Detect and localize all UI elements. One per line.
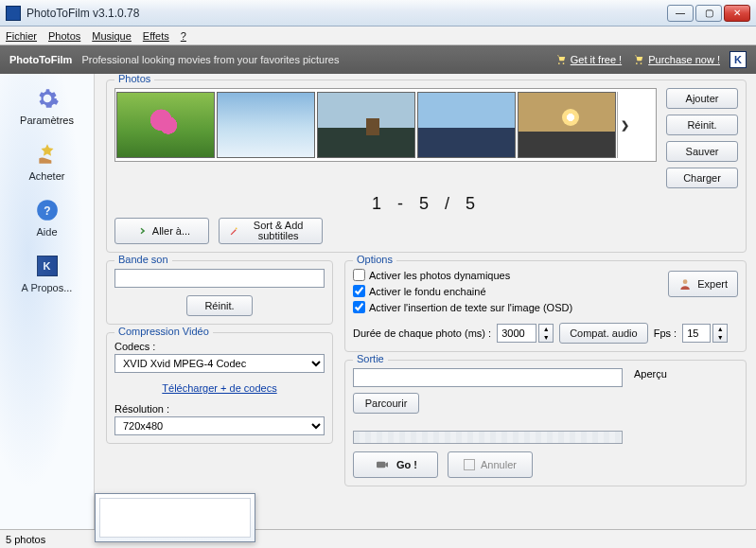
soundtrack-reset-button[interactable]: Réinit. bbox=[186, 295, 253, 316]
codec-select[interactable]: XVID Xvid MPEG-4 Codec bbox=[114, 354, 325, 373]
menu-photos[interactable]: Photos bbox=[48, 30, 80, 42]
dynamic-photos-input[interactable] bbox=[353, 269, 365, 281]
arrow-icon bbox=[133, 224, 147, 238]
svg-point-6 bbox=[236, 228, 237, 230]
svg-point-0 bbox=[558, 62, 560, 64]
get-free-link[interactable]: Get it free ! bbox=[554, 53, 622, 66]
progress-bar bbox=[353, 431, 623, 444]
photos-group: Photos ❯ Ajouter Réinit. Sauver Charger bbox=[106, 80, 747, 253]
preview-label: Aperçu bbox=[634, 368, 738, 380]
app-icon bbox=[6, 6, 21, 21]
output-group: Sortie Parcourir Go ! bbox=[344, 360, 747, 486]
purchase-link[interactable]: Purchase now ! bbox=[631, 53, 720, 66]
camera-icon bbox=[374, 457, 391, 472]
codecs-label: Codecs : bbox=[114, 341, 325, 352]
minimize-button[interactable]: — bbox=[667, 5, 694, 22]
reset-button[interactable]: Réinit. bbox=[666, 115, 738, 135]
close-button[interactable]: ✕ bbox=[724, 5, 750, 22]
load-button[interactable]: Charger bbox=[666, 168, 738, 188]
svg-point-2 bbox=[636, 62, 638, 64]
svg-point-7 bbox=[683, 279, 688, 284]
duration-label: Durée de chaque photo (ms) : bbox=[353, 327, 491, 339]
sidebar-item-help[interactable]: ? Aide bbox=[5, 191, 90, 247]
sort-subtitles-button[interactable]: Sort & Add subtitiles bbox=[219, 218, 323, 244]
vendor-logo[interactable]: K bbox=[730, 51, 747, 68]
output-legend: Sortie bbox=[353, 353, 388, 364]
promo-bar: PhotoToFilm Professional looking movies … bbox=[0, 45, 756, 74]
person-icon bbox=[678, 276, 692, 292]
photo-thumb[interactable] bbox=[217, 92, 315, 158]
resolution-label: Résolution : bbox=[114, 403, 325, 415]
sidebar-item-settings[interactable]: Paramètres bbox=[5, 80, 90, 135]
goto-button[interactable]: Aller à... bbox=[114, 218, 209, 244]
go-button[interactable]: Go ! bbox=[353, 451, 438, 478]
window-title: PhotoToFilm v3.1.0.78 bbox=[26, 7, 667, 20]
tagline: Professional looking movies from your fa… bbox=[81, 54, 339, 65]
brand-label: PhotoToFilm bbox=[9, 54, 72, 65]
gear-icon bbox=[34, 85, 61, 112]
menu-help[interactable]: ? bbox=[181, 30, 186, 42]
wand-icon bbox=[229, 224, 238, 238]
sidebar-item-label: A Propos... bbox=[5, 282, 90, 293]
cart-icon bbox=[554, 53, 567, 66]
photo-counter: 1 - 5 / 5 bbox=[114, 194, 738, 214]
compat-audio-button[interactable]: Compat. audio bbox=[559, 323, 648, 344]
photos-legend: Photos bbox=[114, 74, 154, 84]
svg-text:?: ? bbox=[44, 204, 50, 218]
sidebar-item-label: Paramètres bbox=[5, 115, 90, 126]
content-area: Photos ❯ Ajouter Réinit. Sauver Charger bbox=[95, 74, 756, 529]
sidebar-item-label: Acheter bbox=[5, 170, 90, 182]
cart-icon bbox=[631, 53, 644, 66]
expert-button[interactable]: Expert bbox=[668, 271, 738, 297]
osd-checkbox[interactable]: Activer l'insertion de texte sur l'image… bbox=[353, 301, 738, 313]
menu-music[interactable]: Musique bbox=[92, 30, 132, 42]
task-thumbnail[interactable] bbox=[95, 493, 255, 542]
stop-icon bbox=[464, 459, 475, 470]
fps-input[interactable] bbox=[682, 324, 711, 343]
photo-thumb[interactable] bbox=[417, 92, 516, 158]
status-count: 5 photos bbox=[6, 534, 45, 545]
vendor-icon: K bbox=[34, 253, 61, 279]
svg-rect-8 bbox=[377, 462, 385, 468]
title-bar: PhotoToFilm v3.1.0.78 — ▢ ✕ bbox=[0, 0, 756, 27]
strip-next-button[interactable]: ❯ bbox=[617, 92, 632, 158]
options-legend: Options bbox=[353, 254, 396, 265]
soundtrack-legend: Bande son bbox=[114, 254, 172, 265]
osd-input[interactable] bbox=[353, 301, 365, 313]
add-button[interactable]: Ajouter bbox=[666, 88, 738, 109]
fps-spinner[interactable]: ▲▼ bbox=[712, 324, 728, 343]
compression-legend: Compression Vidéo bbox=[114, 326, 213, 337]
duration-input[interactable] bbox=[497, 324, 536, 343]
photo-thumb[interactable] bbox=[317, 92, 415, 158]
sidebar-item-label: Aide bbox=[5, 226, 90, 238]
menu-file[interactable]: Fichier bbox=[6, 30, 37, 42]
svg-point-3 bbox=[641, 62, 642, 64]
cancel-button[interactable]: Annuler bbox=[448, 451, 533, 478]
sidebar-item-buy[interactable]: Acheter bbox=[5, 135, 90, 191]
photo-thumb[interactable] bbox=[116, 92, 215, 158]
svg-point-1 bbox=[562, 62, 564, 64]
menu-effects[interactable]: Effets bbox=[143, 30, 169, 42]
fps-label: Fps : bbox=[654, 327, 677, 339]
browse-button[interactable]: Parcourir bbox=[353, 393, 419, 414]
photo-strip[interactable]: ❯ bbox=[114, 88, 657, 162]
output-path-input[interactable] bbox=[353, 368, 623, 387]
save-button[interactable]: Sauver bbox=[666, 141, 738, 162]
menu-bar: Fichier Photos Musique Effets ? bbox=[0, 27, 756, 45]
hand-star-icon bbox=[34, 141, 61, 168]
options-group: Options Activer les photos dynamiques Ac… bbox=[344, 260, 747, 352]
resolution-select[interactable]: 720x480 bbox=[114, 416, 325, 435]
maximize-button[interactable]: ▢ bbox=[695, 5, 722, 22]
duration-spinner[interactable]: ▲▼ bbox=[538, 324, 554, 343]
photo-thumb[interactable] bbox=[518, 92, 616, 158]
soundtrack-group: Bande son Réinit. bbox=[106, 260, 333, 325]
soundtrack-input[interactable] bbox=[114, 269, 325, 288]
crossfade-input[interactable] bbox=[353, 285, 365, 297]
sidebar: Paramètres Acheter ? Aide K A Propos... bbox=[0, 74, 95, 529]
compression-group: Compression Vidéo Codecs : XVID Xvid MPE… bbox=[106, 332, 333, 444]
help-icon: ? bbox=[34, 197, 61, 223]
sidebar-item-about[interactable]: K A Propos... bbox=[5, 247, 90, 303]
download-codecs-link[interactable]: Télécharger + de codecs bbox=[162, 382, 276, 394]
